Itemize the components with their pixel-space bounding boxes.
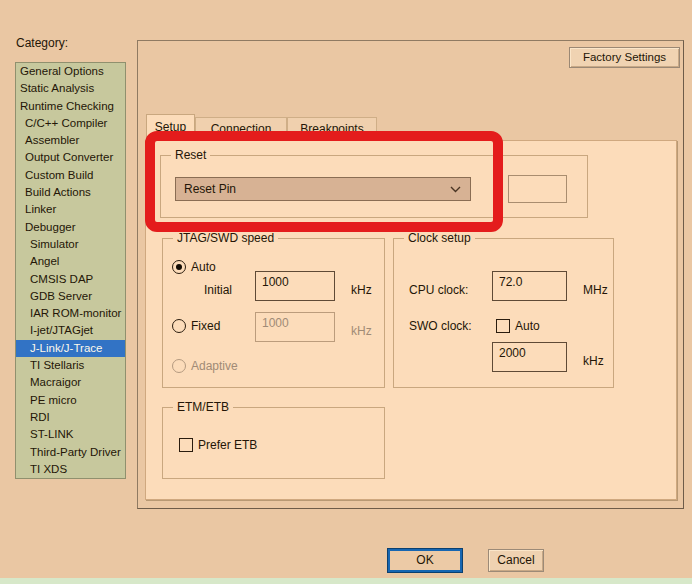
fixed-speed-unit-label: kHz	[351, 324, 372, 338]
auto-speed-radio-label[interactable]: Auto	[191, 260, 216, 274]
reset-aux-field[interactable]	[508, 175, 567, 203]
category-item-static-analysis[interactable]: Static Analysis	[16, 80, 125, 97]
jtag-swd-speed-group-title: JTAG/SWD speed	[173, 231, 278, 245]
ok-button[interactable]: OK	[388, 549, 462, 572]
category-item-iar-rom-monitor[interactable]: IAR ROM-monitor	[16, 305, 125, 322]
fixed-speed-field: 1000	[255, 312, 335, 342]
cpu-clock-field[interactable]: 72.0	[492, 271, 567, 301]
category-item-output-converter[interactable]: Output Converter	[16, 149, 125, 166]
prefer-etb-checkbox[interactable]	[179, 438, 193, 452]
category-item-macraigor[interactable]: Macraigor	[16, 374, 125, 391]
cpu-clock-label: CPU clock:	[409, 283, 468, 297]
category-item-gdb-server[interactable]: GDB Server	[16, 288, 125, 305]
adaptive-speed-radio	[172, 359, 186, 373]
category-item-angel[interactable]: Angel	[16, 253, 125, 270]
category-item-assembler[interactable]: Assembler	[16, 132, 125, 149]
swo-clock-unit-label: kHz	[583, 354, 604, 368]
category-item-simulator[interactable]: Simulator	[16, 236, 125, 253]
initial-speed-field[interactable]: 1000	[255, 271, 335, 301]
category-item-c-cpp-compiler[interactable]: C/C++ Compiler	[16, 115, 125, 132]
category-label: Category:	[16, 36, 68, 50]
category-item-cmsis-dap[interactable]: CMSIS DAP	[16, 271, 125, 288]
category-item-j-link-j-trace-selected[interactable]: J-Link/J-Trace	[16, 340, 125, 357]
fixed-speed-radio-label[interactable]: Fixed	[191, 319, 220, 333]
category-item-pe-micro[interactable]: PE micro	[16, 392, 125, 409]
factory-settings-button[interactable]: Factory Settings	[569, 47, 680, 68]
category-item-linker[interactable]: Linker	[16, 201, 125, 218]
fixed-speed-radio[interactable]	[172, 319, 186, 333]
category-item-ti-xds[interactable]: TI XDS	[16, 461, 125, 478]
annotation-highlight-rectangle	[145, 131, 503, 232]
category-item-build-actions[interactable]: Build Actions	[16, 184, 125, 201]
auto-speed-radio[interactable]	[172, 260, 186, 274]
prefer-etb-checkbox-label[interactable]: Prefer ETB	[198, 438, 257, 452]
category-item-runtime-checking[interactable]: Runtime Checking	[16, 98, 125, 115]
swo-auto-checkbox[interactable]	[496, 319, 510, 333]
swo-auto-checkbox-label[interactable]: Auto	[515, 319, 540, 333]
adaptive-speed-radio-label: Adaptive	[191, 359, 238, 373]
initial-speed-unit-label: kHz	[351, 283, 372, 297]
category-item-general-options[interactable]: General Options	[16, 63, 125, 80]
swo-clock-field[interactable]: 2000	[492, 342, 567, 372]
category-item-ti-stellaris[interactable]: TI Stellaris	[16, 357, 125, 374]
initial-speed-label: Initial	[204, 283, 232, 297]
swo-clock-label: SWO clock:	[409, 319, 472, 333]
category-item-st-link[interactable]: ST-LINK	[16, 426, 125, 443]
category-item-i-jet-jtagjet[interactable]: I-jet/JTAGjet	[16, 322, 125, 339]
category-item-third-party-driver[interactable]: Third-Party Driver	[16, 444, 125, 461]
cpu-clock-unit-label: MHz	[583, 283, 608, 297]
category-listbox[interactable]: General Options Static Analysis Runtime …	[15, 62, 126, 479]
cancel-button[interactable]: Cancel	[488, 549, 544, 572]
category-item-custom-build[interactable]: Custom Build	[16, 167, 125, 184]
etm-etb-group-title: ETM/ETB	[173, 400, 233, 414]
category-item-rdi[interactable]: RDI	[16, 409, 125, 426]
clock-setup-group-title: Clock setup	[404, 231, 475, 245]
category-item-debugger[interactable]: Debugger	[16, 219, 125, 236]
background-window-strip	[0, 578, 692, 584]
etm-etb-groupbox: ETM/ETB	[162, 407, 385, 479]
